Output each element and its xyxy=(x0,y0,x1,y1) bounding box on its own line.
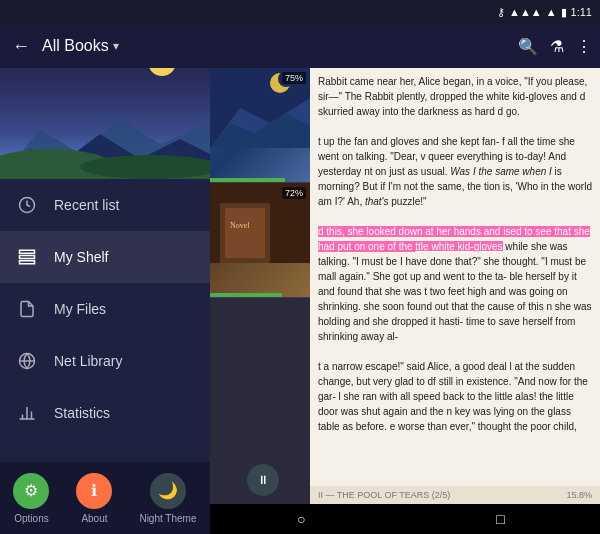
options-button[interactable]: ⚙ Options xyxy=(13,473,49,524)
back-button[interactable]: ← xyxy=(8,32,34,61)
more-options-icon[interactable]: ⋮ xyxy=(576,37,592,56)
status-bar: ⚷ ▲▲▲ ▲ ▮ 1:11 xyxy=(0,0,600,24)
filter-icon[interactable]: ⚗ xyxy=(550,37,564,56)
svg-text:Novel: Novel xyxy=(230,221,250,230)
options-label: Options xyxy=(14,513,48,524)
book-card-1[interactable]: 75% rd's editions ofmyself about xyxy=(210,68,310,183)
reading-paragraph-2: t up the fan and gloves and she kept fan… xyxy=(318,134,592,209)
status-bar-signal: ▲▲▲ xyxy=(509,6,542,18)
mountains-decoration xyxy=(0,99,210,179)
highlighted-text-1: d this, she looked down at her hands and… xyxy=(318,226,590,252)
sidebar-item-statistics[interactable]: Statistics xyxy=(0,387,210,439)
sidebar-item-netlibrary-label: Net Library xyxy=(54,353,122,369)
book-2-percent: 72% xyxy=(282,187,306,199)
clock-icon xyxy=(16,194,38,216)
nav-recents-button[interactable]: □ xyxy=(496,511,504,527)
options-icon: ⚙ xyxy=(13,473,49,509)
book-2-info: author Charlesundown-thereore falling Ki… xyxy=(210,297,310,298)
book-1-progress xyxy=(210,178,285,182)
sidebar-item-shelf[interactable]: My Shelf xyxy=(0,231,210,283)
book-cover-2: Novel 72% xyxy=(210,183,310,297)
reading-paragraph-1: Rabbit came near her, Alice began, in a … xyxy=(318,74,592,119)
drawer-footer: ⚙ Options ℹ About 🌙 Night Theme xyxy=(0,462,210,534)
sidebar-item-files[interactable]: My Files xyxy=(0,283,210,335)
files-icon xyxy=(16,298,38,320)
reading-paragraph-3: d this, she looked down at her hands and… xyxy=(318,224,592,344)
sidebar-item-recent[interactable]: Recent list xyxy=(0,179,210,231)
reading-pane: Rabbit came near her, Alice began, in a … xyxy=(310,68,600,504)
sidebar-item-netlibrary[interactable]: Net Library xyxy=(0,335,210,387)
pause-icon: ⏸ xyxy=(257,473,269,487)
reading-footer: II — THE POOL OF TEARS (2/5) 15.8% xyxy=(310,486,600,504)
chart-icon xyxy=(16,402,38,424)
status-bar-icons: ⚷ ▲▲▲ ▲ ▮ 1:11 xyxy=(497,6,592,19)
sidebar-item-shelf-label: My Shelf xyxy=(54,249,108,265)
book-2-progress xyxy=(210,293,282,297)
night-theme-button[interactable]: 🌙 Night Theme xyxy=(139,473,196,524)
nav-home-button[interactable]: ○ xyxy=(297,511,305,527)
svg-rect-8 xyxy=(20,250,35,253)
status-bar-time: 1:11 xyxy=(571,6,592,18)
night-theme-label: Night Theme xyxy=(139,513,196,524)
sidebar-item-statistics-label: Statistics xyxy=(54,405,110,421)
pause-button[interactable]: ⏸ xyxy=(247,464,279,496)
about-label: About xyxy=(81,513,107,524)
night-theme-icon: 🌙 xyxy=(150,473,186,509)
reading-content: Rabbit came near her, Alice began, in a … xyxy=(310,68,600,504)
sidebar-item-recent-label: Recent list xyxy=(54,197,119,213)
book-list: 75% rd's editions ofmyself about Novel 7… xyxy=(210,68,310,504)
toolbar-icons: 🔍 ⚗ ⋮ xyxy=(518,37,592,56)
about-button[interactable]: ℹ About xyxy=(76,473,112,524)
reading-percent-label: 15.8% xyxy=(566,490,592,500)
book-cover-1: 75% xyxy=(210,68,310,182)
search-icon[interactable]: 🔍 xyxy=(518,37,538,56)
toolbar-title: All Books ▾ xyxy=(42,37,510,55)
toolbar: ← All Books ▾ 🔍 ⚗ ⋮ xyxy=(0,24,600,68)
reading-paragraph-4: t a narrow escape!" said Alice, a good d… xyxy=(318,359,592,434)
about-icon: ℹ xyxy=(76,473,112,509)
status-bar-wifi: ▲ xyxy=(546,6,557,18)
globe-icon xyxy=(16,350,38,372)
sidebar-item-files-label: My Files xyxy=(54,301,106,317)
drawer-menu: Recent list My Shelf My Files xyxy=(0,179,210,462)
svg-rect-10 xyxy=(20,261,35,264)
svg-rect-9 xyxy=(20,256,35,259)
book-1-percent: 75% xyxy=(282,72,306,84)
status-bar-battery: ▮ xyxy=(561,6,567,19)
shelf-icon xyxy=(16,246,38,268)
dropdown-arrow-icon[interactable]: ▾ xyxy=(113,39,119,53)
svg-rect-24 xyxy=(225,208,265,258)
status-bar-key-icon: ⚷ xyxy=(497,6,505,19)
drawer: Recent list My Shelf My Files xyxy=(0,24,210,534)
book-card-2[interactable]: Novel 72% author Charlesundown-thereore … xyxy=(210,183,310,298)
chapter-label: II — THE POOL OF TEARS (2/5) xyxy=(318,490,450,500)
